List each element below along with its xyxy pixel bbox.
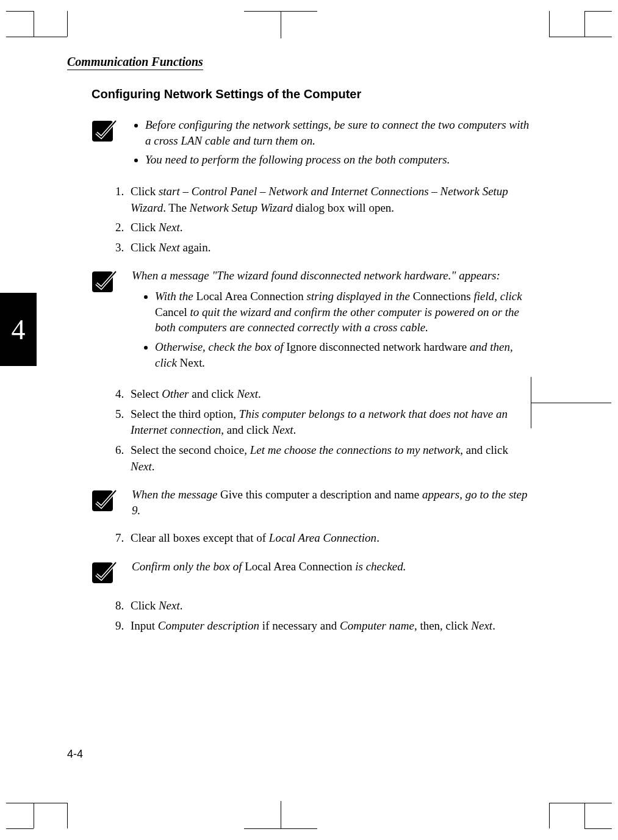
crop-mark	[584, 11, 585, 37]
page: 4 Communication Functions Configuring Ne…	[0, 0, 618, 840]
crop-mark	[34, 803, 34, 828]
note-bullet: Before configuring the network settings,…	[145, 117, 531, 148]
chapter-tab: 4	[0, 293, 37, 366]
crop-mark	[244, 828, 317, 829]
crop-mark	[584, 828, 612, 829]
note-block: Confirm only the box of Local Area Conne…	[92, 559, 531, 586]
text: Click	[131, 599, 159, 612]
text: Clear all boxes except that of	[131, 531, 269, 544]
text-italic: Otherwise, check the box of	[155, 340, 286, 353]
text: again.	[180, 241, 211, 254]
svg-rect-3	[92, 562, 113, 583]
text: Click	[131, 221, 159, 234]
text: Click	[131, 185, 159, 198]
crop-mark	[549, 37, 612, 37]
text-italic: Confirm only the box of	[132, 560, 245, 573]
check-note-icon	[92, 559, 118, 586]
step-list: Select Other and click Next. Select the …	[102, 386, 531, 475]
step-item: Select the third option, This computer b…	[127, 406, 531, 439]
svg-rect-1	[92, 271, 113, 292]
crop-mark	[6, 828, 34, 829]
crop-mark	[67, 11, 68, 37]
crop-mark	[6, 803, 67, 803]
note-text: When a message "The wizard found disconn…	[132, 268, 531, 374]
text: if necessary and	[259, 619, 340, 632]
note-intro: When a message "The wizard found disconn…	[132, 268, 531, 284]
text: Next	[180, 356, 203, 369]
note-text: Before configuring the network settings,…	[132, 117, 531, 171]
step-item: Select the second choice, Let me choose …	[127, 442, 531, 475]
step-item: Click Next again.	[127, 240, 531, 256]
text-italic: field, click	[471, 290, 522, 303]
text: and click	[189, 387, 237, 400]
check-note-icon	[92, 117, 118, 144]
text-italic: to quit the wizard and confirm the other…	[155, 306, 519, 334]
check-note-icon	[92, 487, 118, 514]
step-list: Click start – Control Panel – Network an…	[102, 184, 531, 256]
crop-mark	[531, 377, 531, 428]
text: , then, click	[414, 619, 471, 632]
note-block: When the message Give this computer a de…	[92, 487, 531, 518]
text: dialog box will open.	[293, 201, 394, 214]
crop-mark	[531, 403, 611, 403]
note-text: When the message Give this computer a de…	[132, 487, 531, 518]
note-bullet: With the Local Area Connection string di…	[155, 289, 531, 336]
content-area: Communication Functions Configuring Netw…	[67, 55, 531, 646]
text: Local Area Connection	[196, 290, 304, 303]
text: Input	[131, 619, 158, 632]
text: .	[258, 387, 261, 400]
text: Cancel	[155, 306, 187, 318]
section-title: Configuring Network Settings of the Comp…	[92, 87, 531, 101]
text-italic: Local Area Connection	[269, 531, 376, 544]
crop-mark	[67, 803, 68, 828]
text-italic: Next	[159, 241, 180, 254]
text: .	[293, 423, 296, 436]
text-italic: Let me choose the connections to my netw…	[250, 443, 461, 456]
crop-mark	[281, 11, 281, 38]
crop-mark	[6, 11, 34, 12]
text-italic: Other	[162, 387, 189, 400]
step-item: Clear all boxes except that of Local Are…	[127, 530, 531, 547]
text: Select	[131, 387, 162, 400]
text-italic: string displayed in the	[304, 290, 413, 303]
step-list: Click Next. Input Computer description i…	[102, 598, 531, 634]
text: .	[180, 599, 183, 612]
text-italic: Computer description	[158, 619, 259, 632]
text-italic: is checked.	[352, 560, 406, 573]
text: Ignore disconnected network hardware	[286, 340, 467, 353]
note-bullet: You need to perform the following proces…	[145, 152, 531, 168]
text: Click	[131, 241, 159, 254]
text-italic: Computer name	[340, 619, 414, 632]
note-block: Before configuring the network settings,…	[92, 117, 531, 171]
step-item: Input Computer description if necessary …	[127, 618, 531, 634]
step-item: Click start – Control Panel – Network an…	[127, 184, 531, 216]
note-bullet: Otherwise, check the box of Ignore disco…	[155, 339, 531, 370]
crop-mark	[584, 11, 612, 12]
text-italic: Next	[471, 619, 492, 632]
text: . The	[163, 201, 189, 214]
text: Connections	[413, 290, 471, 303]
text-italic: When the message	[132, 488, 220, 501]
crop-mark	[549, 803, 612, 803]
note-block: When a message "The wizard found disconn…	[92, 268, 531, 374]
step-item: Select Other and click Next.	[127, 386, 531, 403]
text: Select the third option,	[131, 407, 239, 420]
text: , and click	[460, 443, 508, 456]
text-italic: Next	[159, 599, 180, 612]
crop-mark	[549, 11, 550, 37]
text: .	[152, 460, 155, 473]
crop-mark	[281, 801, 281, 828]
crop-mark	[6, 37, 67, 37]
text: .	[376, 531, 379, 544]
step-item: Click Next.	[127, 598, 531, 614]
crop-mark	[549, 803, 550, 828]
text: .	[180, 221, 183, 234]
svg-rect-0	[92, 121, 113, 142]
text: .	[492, 619, 495, 632]
page-number: 4-4	[67, 748, 83, 761]
check-note-icon	[92, 268, 118, 295]
text-italic: Next	[237, 387, 258, 400]
text-italic: .	[203, 356, 206, 369]
svg-rect-2	[92, 490, 113, 511]
text-italic: Next	[272, 423, 293, 436]
